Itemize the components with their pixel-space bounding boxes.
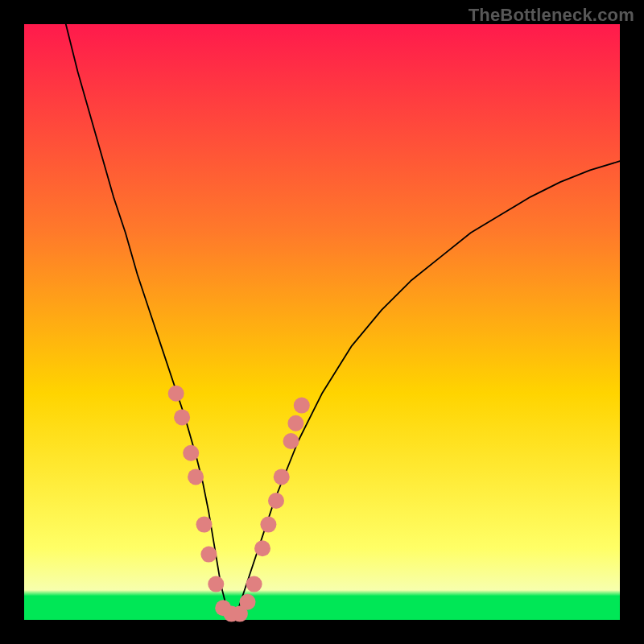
marker-dot: [287, 415, 303, 431]
marker-dot: [260, 517, 276, 533]
marker-dot: [168, 386, 184, 402]
marker-dot: [196, 517, 213, 533]
marker-dot: [274, 469, 290, 485]
marker-dot: [294, 398, 310, 414]
marker-dot: [208, 576, 224, 592]
chart-root: TheBottleneck.com: [0, 0, 644, 644]
marker-dot: [246, 576, 262, 592]
marker-dot: [240, 594, 256, 610]
marker-dot: [200, 547, 217, 563]
marker-dot: [174, 409, 190, 425]
attribution-text: TheBottleneck.com: [469, 5, 634, 26]
curve-layer: [24, 24, 620, 620]
marker-dot: [188, 469, 204, 485]
series-bottleneck-curve: [66, 24, 620, 620]
marker-dot: [254, 540, 270, 556]
marker-dot: [183, 445, 199, 461]
marker-dot: [268, 493, 284, 509]
marker-dot: [283, 433, 299, 449]
plot-area: [24, 24, 620, 620]
